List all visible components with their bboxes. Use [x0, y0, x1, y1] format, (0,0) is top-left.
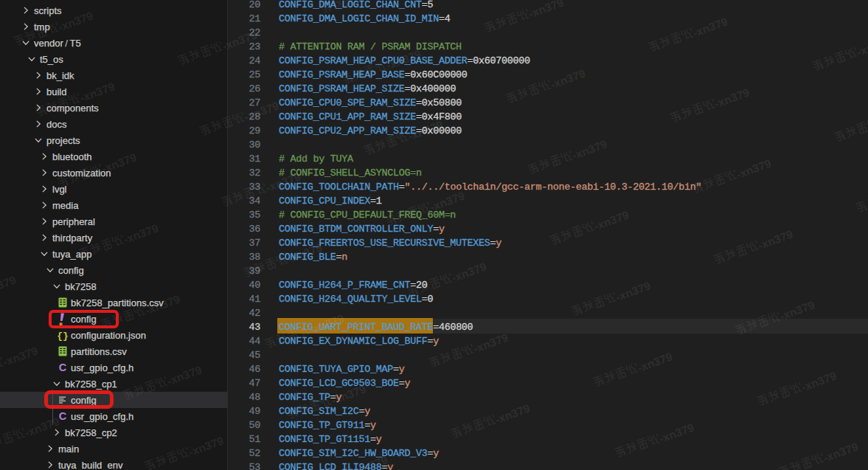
svg-text:C: C: [59, 362, 67, 373]
svg-text:{}: {}: [57, 331, 69, 342]
svg-text:C: C: [59, 410, 67, 422]
